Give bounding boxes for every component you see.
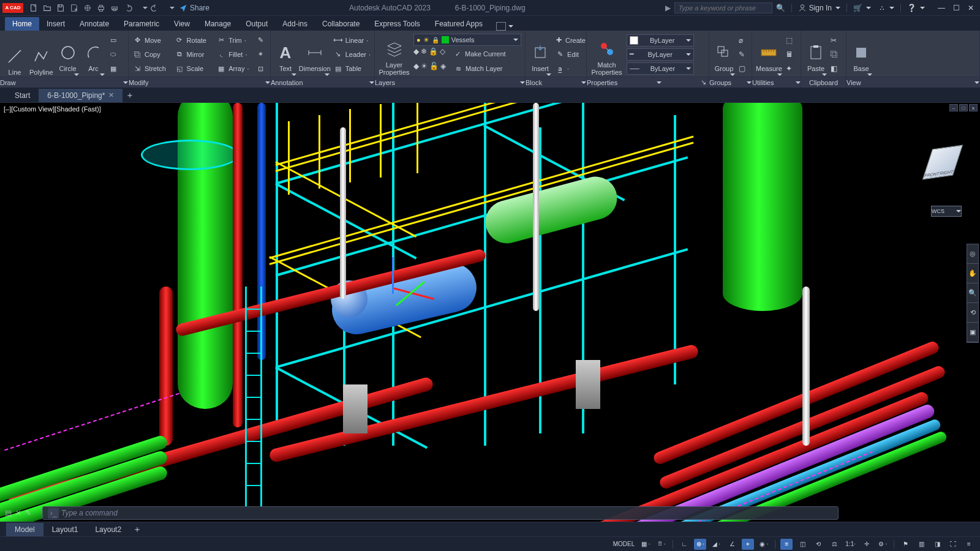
autocad-logo[interactable]: A CAD [2, 3, 23, 13]
text-button[interactable]: AText [274, 33, 296, 76]
lineweight-dropdown[interactable]: ━ByLayer [627, 48, 694, 61]
make-current-button[interactable]: ✓Make Current [453, 47, 506, 61]
iso-icon[interactable]: ◢ · [710, 539, 722, 550]
minimize-icon[interactable]: — [935, 3, 948, 13]
share-button[interactable]: Share [179, 4, 209, 12]
ellipse-icon[interactable]: ⬭ [108, 48, 121, 61]
maximize-icon[interactable]: ☐ [949, 3, 963, 13]
select-icon[interactable]: ⬚ [786, 36, 797, 45]
panel-label-block[interactable]: Block [526, 79, 542, 86]
3dosnap-icon[interactable]: ◉ · [758, 539, 770, 550]
tab-home[interactable]: Home [5, 17, 39, 31]
linear-button[interactable]: ⟷Linear · [333, 34, 371, 47]
command-input[interactable]: ›_ Type a command [42, 506, 839, 520]
osnap-icon[interactable]: ⌖ [742, 539, 754, 550]
copy-clip-icon[interactable]: ⿻ [831, 50, 842, 59]
app-switcher-icon[interactable]: ⛬ [878, 4, 886, 12]
clip-misc-icon[interactable]: ◧ [831, 64, 842, 73]
chevron-down-icon[interactable] [135, 2, 148, 14]
tab-collaborate[interactable]: Collaborate [315, 17, 367, 31]
tab-annotate[interactable]: Annotate [72, 17, 116, 31]
layer-thaw-icon[interactable]: ☀ [421, 62, 428, 75]
redo-icon[interactable] [149, 2, 161, 14]
offset-icon[interactable]: ⊡ [256, 62, 266, 75]
move-button[interactable]: ✥Move [132, 34, 171, 47]
help-icon[interactable]: ❔ [907, 4, 916, 12]
layout-add-icon[interactable]: ＋ [130, 524, 145, 535]
cmd-history-icon[interactable]: ▤ [5, 509, 12, 517]
chevron-down-icon[interactable] [162, 2, 175, 14]
viewport[interactable]: [–][Custom View][Shaded (Fast)] – □ x FR… [0, 103, 980, 522]
layer-freeze-icon[interactable]: ❄ [421, 47, 427, 61]
rotate-button[interactable]: ⟳Rotate [175, 34, 213, 47]
paste-button[interactable]: Paste [805, 33, 827, 76]
grid-icon[interactable]: ▦ · [639, 539, 652, 550]
orbit-icon[interactable]: ⟲ [967, 303, 978, 323]
transparency-icon[interactable]: ◫ [796, 539, 809, 550]
edit-block-button[interactable]: ✎Edit [555, 48, 586, 61]
tab-output[interactable]: Output [238, 17, 275, 31]
gizmo-icon[interactable]: ✛ [861, 539, 873, 550]
panel-label-properties[interactable]: Properties [587, 79, 617, 86]
scale-button[interactable]: ◱Scale [175, 62, 213, 75]
annoscale-icon[interactable]: ⚖ [828, 539, 840, 550]
base-view-button[interactable]: Base [850, 33, 872, 76]
fillet-button[interactable]: ◟Fillet · [216, 48, 252, 61]
file-tab-start[interactable]: Start [6, 89, 39, 102]
calc-icon[interactable]: 🖩 [786, 50, 797, 59]
match-layer-button[interactable]: ≋Match Layer [453, 62, 503, 75]
cmd-customize-icon[interactable]: ✎ [25, 509, 31, 517]
new-tab-icon[interactable]: ＋ [123, 90, 137, 101]
panel-label-modify[interactable]: Modify [129, 79, 148, 86]
copy-button[interactable]: ⿻Copy [132, 48, 171, 61]
color-dropdown[interactable]: ByLayer [627, 34, 694, 47]
layout-tab-layout2[interactable]: Layout2 [86, 523, 130, 536]
layer-properties-button[interactable]: Layer Properties [379, 33, 410, 76]
pan-icon[interactable]: ✋ [967, 264, 978, 283]
panel-label-annotation[interactable]: Annotation [271, 79, 303, 86]
tab-addins[interactable]: Add-ins [275, 17, 315, 31]
search-icon[interactable]: 🔍 [776, 4, 785, 12]
cart-icon[interactable]: 🛒 [853, 4, 862, 12]
ribbon-expand-icon[interactable] [496, 22, 513, 31]
group-button[interactable]: Group [713, 33, 735, 76]
leader-button[interactable]: ↘Leader · [333, 48, 371, 61]
layout-tab-layout1[interactable]: Layout1 [43, 523, 87, 536]
arc-button[interactable]: Arc [83, 33, 105, 76]
layer-iso-icon[interactable]: ◇ [440, 47, 445, 61]
group-edit-icon[interactable]: ✎ [739, 50, 748, 59]
point-icon[interactable]: ✦ [786, 64, 797, 73]
layer-lock-icon[interactable]: 🔒 [429, 47, 438, 61]
panel-label-view[interactable]: View [846, 79, 861, 86]
navigation-bar[interactable]: ◎ ✋ 🔍 ⟲ ▣ [967, 244, 979, 343]
clean-screen-icon[interactable]: ⛶ [947, 539, 959, 550]
tab-parametric[interactable]: Parametric [116, 17, 167, 31]
viewport-label[interactable]: [–][Custom View][Shaded (Fast)] [4, 105, 101, 113]
table-button[interactable]: ▤Table [333, 62, 371, 75]
vp-minimize-icon[interactable]: – [949, 104, 958, 111]
cmd-close-icon[interactable]: ✕ [15, 509, 21, 517]
match-properties-button[interactable]: Match Properties [590, 33, 623, 76]
vp-maximize-icon[interactable]: □ [959, 104, 968, 111]
circle-button[interactable]: Circle [57, 33, 79, 76]
units-icon[interactable]: ▥ [915, 539, 927, 550]
rectangle-icon[interactable]: ▭ [108, 34, 121, 47]
linetype-dropdown[interactable]: ──ByLayer [627, 62, 694, 75]
panel-label-groups[interactable]: Groups [709, 79, 731, 86]
panel-label-layers[interactable]: Layers [375, 79, 395, 86]
cycling-icon[interactable]: ⟲ [812, 539, 824, 550]
polyline-button[interactable]: Polyline [29, 33, 53, 76]
vp-close-icon[interactable]: x [969, 104, 978, 111]
panel-label-draw[interactable]: Draw [0, 79, 16, 86]
new-icon[interactable] [28, 2, 40, 14]
ungroup-icon[interactable]: ⌀ [739, 36, 748, 45]
ortho-icon[interactable]: ∟ [678, 539, 690, 550]
print-icon[interactable] [108, 2, 121, 14]
layer-uniso-icon[interactable]: ◈ [440, 62, 446, 75]
showmotion-icon[interactable]: ▣ [967, 323, 978, 342]
hatch-icon[interactable]: ▦ [108, 62, 121, 75]
explode-icon[interactable]: ✴ [256, 48, 266, 61]
web-mobile-icon[interactable] [81, 2, 94, 14]
saveas-icon[interactable] [68, 2, 80, 14]
open-icon[interactable] [41, 2, 53, 14]
